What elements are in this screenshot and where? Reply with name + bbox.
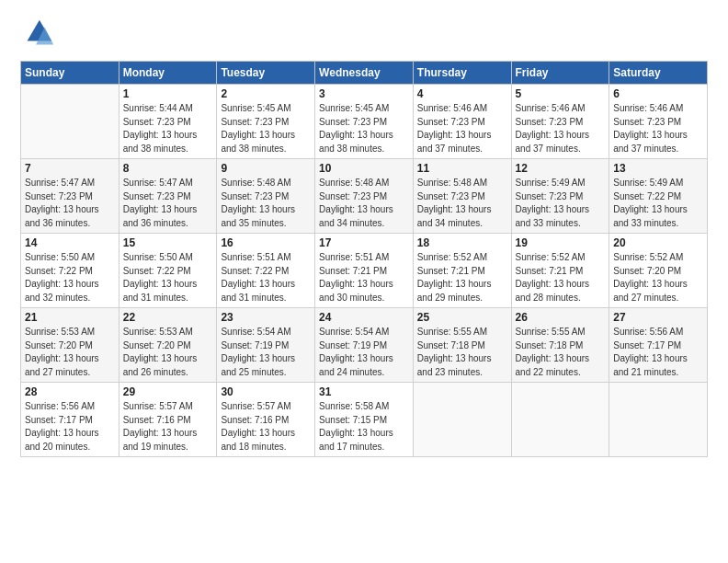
calendar-cell: 9Sunrise: 5:48 AMSunset: 7:23 PMDaylight… [217,159,315,234]
logo [20,17,59,52]
calendar-cell: 30Sunrise: 5:57 AMSunset: 7:16 PMDayligh… [217,383,315,457]
calendar-week-5: 28Sunrise: 5:56 AMSunset: 7:17 PMDayligh… [21,383,708,457]
day-detail: Sunrise: 5:46 AMSunset: 7:23 PMDaylight:… [417,102,507,155]
calendar-week-3: 14Sunrise: 5:50 AMSunset: 7:22 PMDayligh… [21,234,708,308]
calendar-cell: 5Sunrise: 5:46 AMSunset: 7:23 PMDaylight… [511,85,609,159]
day-detail: Sunrise: 5:45 AMSunset: 7:23 PMDaylight:… [319,102,409,155]
calendar-cell: 15Sunrise: 5:50 AMSunset: 7:22 PMDayligh… [119,234,217,308]
day-number: 22 [123,311,213,324]
day-detail: Sunrise: 5:52 AMSunset: 7:21 PMDaylight:… [516,251,606,304]
calendar-cell [609,383,708,457]
day-number: 1 [123,87,213,100]
day-number: 23 [221,311,311,324]
day-number: 4 [417,87,507,100]
day-detail: Sunrise: 5:56 AMSunset: 7:17 PMDaylight:… [25,400,115,454]
header [20,17,708,52]
day-detail: Sunrise: 5:52 AMSunset: 7:20 PMDaylight:… [613,251,703,304]
calendar-cell: 10Sunrise: 5:48 AMSunset: 7:23 PMDayligh… [315,159,414,234]
calendar-cell [511,383,609,457]
day-detail: Sunrise: 5:50 AMSunset: 7:22 PMDaylight:… [123,251,213,304]
day-header-wednesday: Wednesday [315,62,414,85]
day-header-friday: Friday [511,62,609,85]
day-detail: Sunrise: 5:54 AMSunset: 7:19 PMDaylight:… [319,326,409,379]
calendar-week-4: 21Sunrise: 5:53 AMSunset: 7:20 PMDayligh… [21,308,708,383]
calendar-cell: 29Sunrise: 5:57 AMSunset: 7:16 PMDayligh… [119,383,217,457]
day-detail: Sunrise: 5:57 AMSunset: 7:16 PMDaylight:… [221,400,311,454]
day-detail: Sunrise: 5:46 AMSunset: 7:23 PMDaylight:… [613,102,703,155]
calendar-cell: 25Sunrise: 5:55 AMSunset: 7:18 PMDayligh… [413,308,511,383]
day-number: 21 [25,311,115,324]
day-header-saturday: Saturday [609,62,708,85]
calendar-cell: 2Sunrise: 5:45 AMSunset: 7:23 PMDaylight… [217,85,315,159]
day-detail: Sunrise: 5:51 AMSunset: 7:21 PMDaylight:… [319,251,409,304]
day-number: 13 [613,162,703,175]
day-detail: Sunrise: 5:52 AMSunset: 7:21 PMDaylight:… [417,251,507,304]
calendar-cell: 18Sunrise: 5:52 AMSunset: 7:21 PMDayligh… [413,234,511,308]
calendar-cell: 11Sunrise: 5:48 AMSunset: 7:23 PMDayligh… [413,159,511,234]
calendar-cell: 24Sunrise: 5:54 AMSunset: 7:19 PMDayligh… [315,308,414,383]
calendar-cell: 8Sunrise: 5:47 AMSunset: 7:23 PMDaylight… [119,159,217,234]
day-detail: Sunrise: 5:46 AMSunset: 7:23 PMDaylight:… [516,102,606,155]
calendar-cell: 20Sunrise: 5:52 AMSunset: 7:20 PMDayligh… [609,234,708,308]
day-detail: Sunrise: 5:47 AMSunset: 7:23 PMDaylight:… [25,177,115,230]
day-header-thursday: Thursday [413,62,511,85]
day-detail: Sunrise: 5:53 AMSunset: 7:20 PMDaylight:… [25,326,115,379]
calendar-cell: 16Sunrise: 5:51 AMSunset: 7:22 PMDayligh… [217,234,315,308]
calendar-cell: 7Sunrise: 5:47 AMSunset: 7:23 PMDaylight… [21,159,119,234]
day-number: 3 [319,87,409,100]
day-header-monday: Monday [119,62,217,85]
day-number: 7 [25,162,115,175]
day-number: 30 [221,385,311,398]
day-detail: Sunrise: 5:53 AMSunset: 7:20 PMDaylight:… [123,326,213,379]
day-number: 19 [516,236,606,249]
day-detail: Sunrise: 5:48 AMSunset: 7:23 PMDaylight:… [221,177,311,230]
day-number: 17 [319,236,409,249]
day-detail: Sunrise: 5:55 AMSunset: 7:18 PMDaylight:… [516,326,606,379]
day-number: 8 [123,162,213,175]
calendar-cell [21,85,119,159]
calendar-cell: 1Sunrise: 5:44 AMSunset: 7:23 PMDaylight… [119,85,217,159]
page: SundayMondayTuesdayWednesdayThursdayFrid… [0,0,728,563]
day-number: 12 [516,162,606,175]
calendar-cell: 23Sunrise: 5:54 AMSunset: 7:19 PMDayligh… [217,308,315,383]
day-detail: Sunrise: 5:45 AMSunset: 7:23 PMDaylight:… [221,102,311,155]
day-header-sunday: Sunday [21,62,119,85]
day-number: 2 [221,87,311,100]
day-number: 6 [613,87,703,100]
calendar-cell: 3Sunrise: 5:45 AMSunset: 7:23 PMDaylight… [315,85,414,159]
calendar-cell: 31Sunrise: 5:58 AMSunset: 7:15 PMDayligh… [315,383,414,457]
day-number: 18 [417,236,507,249]
day-detail: Sunrise: 5:58 AMSunset: 7:15 PMDaylight:… [319,400,409,454]
day-number: 28 [25,385,115,398]
day-number: 24 [319,311,409,324]
day-number: 16 [221,236,311,249]
calendar-cell: 27Sunrise: 5:56 AMSunset: 7:17 PMDayligh… [609,308,708,383]
calendar-cell: 17Sunrise: 5:51 AMSunset: 7:21 PMDayligh… [315,234,414,308]
day-number: 26 [516,311,606,324]
day-number: 25 [417,311,507,324]
day-number: 29 [123,385,213,398]
calendar-cell: 6Sunrise: 5:46 AMSunset: 7:23 PMDaylight… [609,85,708,159]
day-header-tuesday: Tuesday [217,62,315,85]
calendar-header-row: SundayMondayTuesdayWednesdayThursdayFrid… [21,62,708,85]
calendar-cell [413,383,511,457]
day-detail: Sunrise: 5:54 AMSunset: 7:19 PMDaylight:… [221,326,311,379]
calendar-cell: 13Sunrise: 5:49 AMSunset: 7:22 PMDayligh… [609,159,708,234]
calendar-cell: 19Sunrise: 5:52 AMSunset: 7:21 PMDayligh… [511,234,609,308]
day-number: 11 [417,162,507,175]
calendar-cell: 26Sunrise: 5:55 AMSunset: 7:18 PMDayligh… [511,308,609,383]
day-detail: Sunrise: 5:56 AMSunset: 7:17 PMDaylight:… [613,326,703,379]
calendar-week-1: 1Sunrise: 5:44 AMSunset: 7:23 PMDaylight… [21,85,708,159]
logo-icon [20,17,55,52]
day-detail: Sunrise: 5:57 AMSunset: 7:16 PMDaylight:… [123,400,213,454]
day-number: 31 [319,385,409,398]
day-detail: Sunrise: 5:50 AMSunset: 7:22 PMDaylight:… [25,251,115,304]
day-detail: Sunrise: 5:48 AMSunset: 7:23 PMDaylight:… [319,177,409,230]
day-number: 10 [319,162,409,175]
day-number: 20 [613,236,703,249]
day-detail: Sunrise: 5:48 AMSunset: 7:23 PMDaylight:… [417,177,507,230]
day-number: 9 [221,162,311,175]
day-number: 14 [25,236,115,249]
day-number: 5 [516,87,606,100]
calendar-cell: 28Sunrise: 5:56 AMSunset: 7:17 PMDayligh… [21,383,119,457]
